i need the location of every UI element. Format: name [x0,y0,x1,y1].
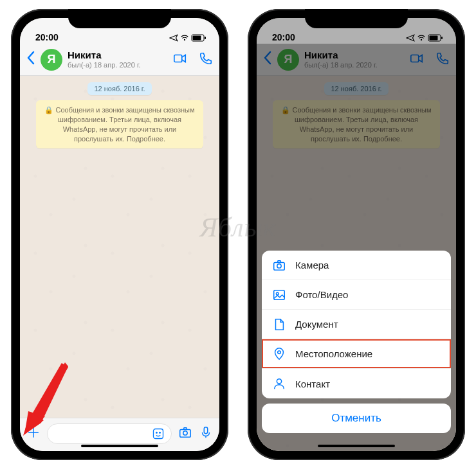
camera-button[interactable] [178,425,192,442]
attachment-action-sheet: Камера Фото/Видео Документ Местоположени… [262,251,451,433]
svg-rect-18 [274,290,285,299]
sheet-item-contact[interactable]: Контакт [262,369,451,398]
location-icon [272,347,286,361]
nav-bar: Я Никита был(-а) 18 апр. 2020 г. [20,44,219,76]
svg-point-0 [184,39,185,40]
battery-icon [191,34,206,42]
sticker-icon[interactable] [152,427,165,440]
airplane-icon [169,33,178,42]
back-button[interactable] [26,49,41,69]
svg-point-6 [156,432,158,433]
wifi-icon [416,33,426,42]
svg-rect-14 [441,37,443,39]
sheet-item-document[interactable]: Документ [262,310,451,339]
encryption-notice[interactable]: 🔒 Сообщения и звонки защищены сквозным ш… [36,100,203,148]
status-time: 20:00 [35,32,59,42]
sheet-label: Камера [295,260,329,271]
svg-point-19 [276,292,279,295]
screen-left: 20:00 Я Никита был(-а) 18 апр. 2020 г. [20,18,219,451]
camera-icon [272,258,286,272]
home-indicator [318,445,395,447]
svg-point-11 [421,39,421,40]
status-time: 20:00 [272,32,295,42]
mic-button[interactable] [199,425,213,442]
sheet-label: Контакт [295,378,330,389]
svg-rect-13 [430,36,438,40]
svg-point-7 [160,432,161,433]
svg-rect-2 [193,36,201,40]
chat-name: Никита [68,50,173,61]
sheet-item-location[interactable]: Местоположение [262,339,451,369]
notch [68,9,171,28]
home-indicator [81,445,158,447]
wifi-icon [179,33,190,42]
photo-icon [272,288,286,302]
svg-rect-4 [174,55,182,62]
sheet-item-camera[interactable]: Камера [262,251,451,280]
svg-point-20 [278,350,281,353]
svg-point-9 [183,431,187,434]
nav-actions [173,51,213,68]
avatar[interactable]: Я [41,49,62,71]
chat-body: 12 нояб. 2016 г. 🔒 Сообщения и звонки за… [20,76,219,418]
phone-left: 20:00 Я Никита был(-а) 18 апр. 2020 г. [11,9,228,460]
sheet-options-group: Камера Фото/Видео Документ Местоположени… [262,251,451,398]
attach-button[interactable] [26,423,41,444]
screen-right: 20:00 Я Никита был(-а) 18 апр. 2020 г. [257,18,456,451]
airplane-icon [406,33,415,42]
status-icons [169,33,206,42]
message-input[interactable] [47,423,172,444]
svg-rect-3 [205,37,206,39]
document-icon [272,317,286,332]
sheet-item-photo-video[interactable]: Фото/Видео [262,280,451,310]
chat-title-block[interactable]: Никита был(-а) 18 апр. 2020 г. [68,50,173,69]
battery-icon [428,34,443,42]
date-pill: 12 нояб. 2016 г. [87,82,151,95]
sheet-cancel-button[interactable]: Отменить [262,404,451,433]
chat-status: был(-а) 18 апр. 2020 г. [68,61,173,69]
sheet-label: Документ [295,319,338,330]
phones-container: 20:00 Я Никита был(-а) 18 апр. 2020 г. [0,0,476,460]
status-icons [406,33,443,42]
video-call-button[interactable] [173,51,187,68]
contact-icon [272,377,286,391]
notch [305,9,408,28]
svg-point-17 [277,263,281,267]
phone-right: 20:00 Я Никита был(-а) 18 апр. 2020 г. [248,9,465,460]
voice-call-button[interactable] [199,51,213,68]
sheet-label: Фото/Видео [295,289,348,300]
sheet-label: Местоположение [295,348,372,359]
svg-point-21 [277,379,281,384]
svg-rect-10 [204,427,208,433]
svg-rect-5 [154,429,163,438]
